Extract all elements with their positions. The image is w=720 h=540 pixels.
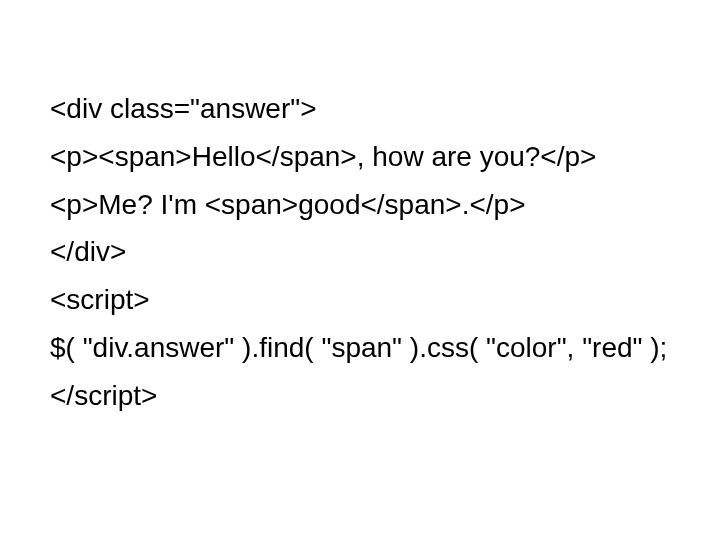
code-line-4: </div> xyxy=(50,233,670,271)
code-line-5: <script> xyxy=(50,281,670,319)
code-line-3: <p>Me? I'm <span>good</span>.</p> xyxy=(50,186,670,224)
code-line-1: <div class="answer"> xyxy=(50,90,670,128)
code-line-2: <p><span>Hello</span>, how are you?</p> xyxy=(50,138,670,176)
code-slide: <div class="answer"> <p><span>Hello</spa… xyxy=(0,0,720,540)
code-line-6: $( "div.answer" ).find( "span" ).css( "c… xyxy=(50,329,670,367)
code-line-7: </script> xyxy=(50,377,670,415)
